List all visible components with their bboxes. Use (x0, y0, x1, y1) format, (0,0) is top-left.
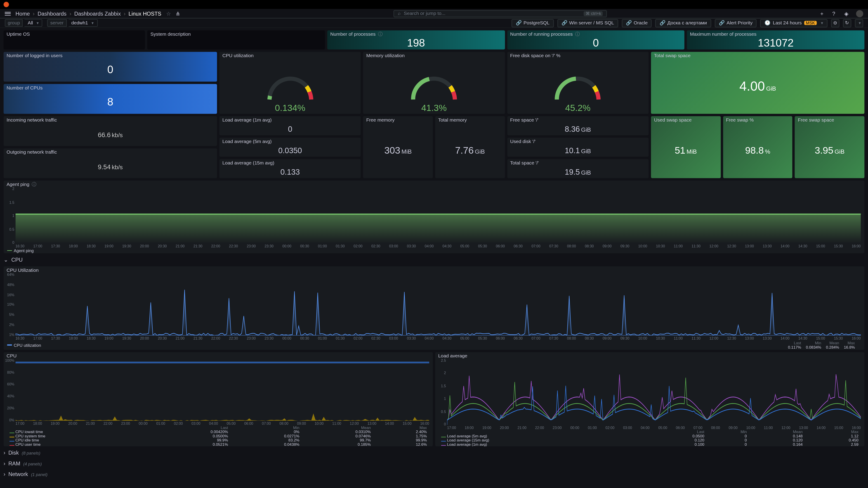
var-server[interactable]: server dedwh1 (47, 19, 97, 27)
breadcrumb: Home› Dashboards› Dashboards Zabbix› Lin… (16, 10, 161, 16)
legend-stats: LastMinMeanMax0.117%0.0834%0.284%16.8% (782, 341, 861, 349)
link-mssql[interactable]: 🔗Win server / MS SQL (557, 19, 618, 27)
breadcrumb-current: Linux HOSTS (129, 10, 161, 16)
avatar[interactable] (856, 10, 863, 17)
refresh-interval-picker[interactable] (855, 19, 863, 27)
chart-cpu-util (16, 274, 861, 335)
link-oracle[interactable]: 🔗Oracle (622, 19, 652, 27)
gauge-memory (404, 70, 464, 103)
svg-rect-2 (16, 362, 429, 363)
chevron-right-icon (4, 450, 5, 456)
panel-free-swap-pct[interactable]: Free swap %98.8 % (723, 116, 793, 178)
search-placeholder: Search or jump to... (404, 11, 445, 16)
gauge-value: 0.134% (219, 103, 361, 113)
link-icon: 🔗 (516, 20, 522, 26)
panel-free-memory[interactable]: Free memory303 MiB (363, 116, 433, 178)
link-postgresql[interactable]: 🔗PostgreSQL (512, 19, 554, 27)
dashboard-grid: Uptime OS System description Number of p… (0, 28, 868, 481)
chevron-right-icon (4, 461, 5, 466)
row-header-disk[interactable]: Disk (8 panels) (4, 449, 864, 457)
hamburger-menu-icon[interactable] (5, 11, 11, 15)
y-axis: 64%48%16%10%5%2%1% (5, 273, 14, 337)
chart-cpu-breakdown (16, 360, 429, 421)
news-icon[interactable]: ◈ (844, 10, 850, 16)
os-titlebar (0, 0, 868, 9)
search-input[interactable]: ⌕ Search or jump to... ⌘ ctrl+k (394, 10, 607, 17)
panel-total-space[interactable]: Total space '/'19.5 GiB (507, 159, 649, 178)
top-nav: Home› Dashboards› Dashboards Zabbix› Lin… (0, 9, 868, 19)
link-alerts-board[interactable]: 🔗Доска с алертами (655, 19, 711, 27)
info-icon[interactable] (575, 31, 580, 37)
panel-free-space[interactable]: Free space '/'8.36 GiB (507, 116, 649, 135)
svg-rect-0 (16, 214, 861, 243)
var-group[interactable]: group All (5, 19, 42, 27)
row-header-network[interactable]: Network (1 panel) (4, 470, 864, 479)
panel-max-processes[interactable]: Maximum number of processes 131072 (687, 31, 864, 50)
y-axis: 21.510.50 (5, 187, 14, 244)
ubuntu-logo-icon (4, 2, 9, 7)
panel-num-processes[interactable]: Number of processes 198 (327, 31, 505, 50)
link-icon: 🔗 (561, 20, 567, 26)
panel-used-swap[interactable]: Used swap space51 MiB (651, 116, 721, 178)
gauge-disk (548, 70, 608, 103)
panel-cpu-breakdown[interactable]: CPU 100%80%60%40%20%0% 17:0018:0019:0020… (4, 352, 433, 447)
panel-num-cpus[interactable]: Number of CPUs 8 (4, 84, 217, 114)
panel-free-disk-gauge[interactable]: Free disk space on '/' % 45.2% (507, 52, 649, 113)
breadcrumb-dashboards[interactable]: Dashboards (37, 10, 66, 16)
link-icon: 🔗 (626, 20, 632, 26)
chart-load-average (447, 360, 861, 425)
breadcrumb-home[interactable]: Home (16, 10, 30, 16)
panel-load-1m[interactable]: Load average (1m avg)0 (219, 116, 361, 135)
panel-num-running-processes[interactable]: Number of running processes 0 (507, 31, 684, 50)
toolbar: group All server dedwh1 🔗PostgreSQL 🔗Win… (0, 19, 868, 28)
legend-item[interactable]: Agent ping (7, 249, 34, 253)
chevron-down-icon (4, 257, 8, 263)
share-icon[interactable] (176, 10, 180, 16)
chart-agent-ping (16, 188, 861, 243)
link-alert-priority[interactable]: 🔗Alert Priority (715, 19, 757, 27)
gauge-value: 45.2% (507, 103, 649, 113)
chevron-right-icon (4, 471, 5, 477)
refresh-button[interactable]: ↻ (843, 19, 851, 27)
y-axis: 2.521.510.50 (436, 359, 446, 426)
panel-cpu-utilization-gauge[interactable]: CPU utilization 0.134% (219, 52, 361, 113)
info-icon[interactable] (32, 181, 36, 188)
panel-logged-users[interactable]: Number of logged in users 0 (4, 52, 217, 82)
link-icon: 🔗 (719, 20, 725, 26)
breadcrumb-folder[interactable]: Dashboards Zabbix (74, 10, 121, 16)
legend-table: LastMinMeanMax Load average (5m avg)0.05… (435, 430, 864, 447)
row-header-ram[interactable]: RAM (4 panels) (4, 459, 864, 468)
time-range-picker[interactable]: 🕐 Last 24 hours MSK (761, 19, 828, 27)
panel-load-15m[interactable]: Load average (15m avg)0.133 (219, 159, 361, 178)
row-header-cpu[interactable]: CPU (4, 256, 864, 264)
panel-incoming-traffic[interactable]: Incoming network traffic 66.6 kb/s (4, 116, 217, 146)
panel-uptime-os[interactable]: Uptime OS (4, 31, 145, 50)
x-axis: 17:0018:0019:0020:0021:0022:0023:0000:00… (435, 426, 864, 430)
panel-total-memory[interactable]: Total memory7.76 GiB (435, 116, 505, 178)
x-axis: 16:3017:0017:3018:0018:3019:0019:3020:00… (4, 244, 864, 248)
info-icon[interactable] (378, 31, 383, 37)
zoom-out-button[interactable]: ⊖ (831, 19, 839, 27)
legend-item[interactable]: CPU utilization (7, 343, 41, 347)
search-shortcut: ⌘ ctrl+k (584, 11, 603, 16)
x-axis: 17:0018:0019:0020:0021:0022:0023:0000:00… (4, 422, 433, 425)
panel-used-disk[interactable]: Used disk '/'10.1 GiB (507, 138, 649, 157)
star-icon[interactable] (166, 10, 171, 16)
panel-memory-utilization-gauge[interactable]: Memory utilization 41.3% (363, 52, 505, 113)
panel-total-swap[interactable]: Total swap space 4.00 GiB (651, 52, 864, 113)
panel-cpu-utilization-chart[interactable]: CPU Utilization 64%48%16%10%5%2%1% 16:30… (4, 266, 864, 350)
plus-icon[interactable]: + (820, 10, 826, 16)
timezone-badge: MSK (804, 21, 817, 25)
panel-load-5m[interactable]: Load average (5m avg)0.0350 (219, 138, 361, 157)
panel-outgoing-traffic[interactable]: Outgoing network traffic 9.54 kb/s (4, 149, 217, 178)
legend-table: LastMinMeanMax CPU iowait time0.00420%0%… (4, 425, 433, 446)
panel-free-swap[interactable]: Free swap space3.95 GiB (795, 116, 864, 178)
panel-agent-ping[interactable]: Agent ping 21.510.50 16:3017:0017:3018:0… (4, 181, 864, 253)
search-icon: ⌕ (398, 11, 401, 16)
link-icon: 🔗 (659, 20, 665, 26)
panel-system-description[interactable]: System description (147, 31, 325, 50)
panel-load-average[interactable]: Load average 2.521.510.50 17:0018:0019:0… (435, 352, 864, 447)
help-icon[interactable]: ? (832, 10, 838, 16)
clock-icon: 🕐 (765, 20, 770, 26)
gauge-value: 41.3% (363, 103, 505, 113)
